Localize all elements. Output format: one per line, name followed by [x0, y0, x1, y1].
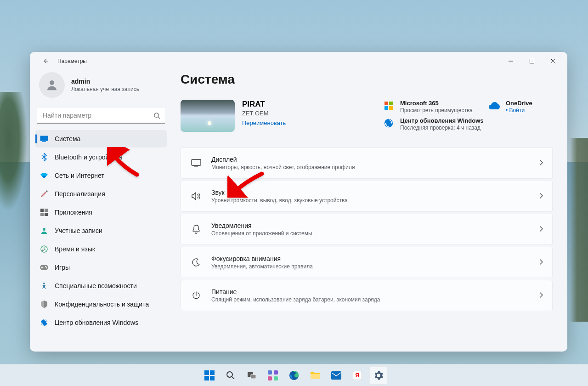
setting-title: Звук: [211, 189, 348, 196]
setting-notifications[interactable]: УведомленияОповещения от приложений и си…: [181, 214, 553, 245]
content-area: Система PIRAT ZET OEM Переименовать Micr…: [172, 70, 567, 352]
taskbar-yandex[interactable]: Я: [348, 366, 367, 385]
update-title: Центр обновления Windows: [400, 117, 484, 124]
device-thumbnail: [181, 100, 235, 132]
wallpaper-decoration: [0, 92, 28, 211]
ms365-card[interactable]: Microsoft 365Просмотреть преимущества: [383, 100, 484, 114]
nav-label: Сеть и Интернет: [55, 172, 104, 179]
update-sub: Последняя проверка: 4 ч назад: [400, 125, 484, 131]
nav-item-privacy[interactable]: Конфиденциальность и защита: [35, 295, 167, 313]
accounts-icon: [40, 227, 48, 235]
maximize-button[interactable]: [521, 54, 543, 68]
svg-rect-22: [210, 376, 215, 380]
setting-power[interactable]: ПитаниеСпящий режим, использование заряд…: [181, 280, 553, 311]
windows-update-card[interactable]: Центр обновления WindowsПоследняя провер…: [383, 117, 553, 131]
svg-point-2: [154, 113, 158, 117]
network-icon: [40, 171, 48, 180]
personalization-icon: [40, 190, 48, 198]
svg-rect-25: [251, 375, 256, 379]
setting-sound[interactable]: ЗвукУровни громкости, вывод, ввод, звуко…: [181, 181, 553, 212]
taskbar-taskview[interactable]: [243, 366, 261, 385]
nav-label: Учетные записи: [55, 227, 102, 234]
rename-link[interactable]: Переименовать: [242, 119, 286, 126]
chevron-right-icon: [539, 159, 543, 167]
nav-list: СистемаBluetooth и устройстваСеть и Инте…: [35, 130, 167, 332]
taskbar-edge[interactable]: [285, 366, 303, 385]
window-title: Параметры: [57, 58, 87, 64]
nav-label: Время и язык: [55, 245, 95, 253]
device-block[interactable]: PIRAT ZET OEM Переименовать: [181, 100, 286, 132]
system-icon: [40, 135, 48, 143]
onedrive-card[interactable]: OneDriveВойти: [488, 100, 553, 114]
nav-item-update[interactable]: Центр обновления Windows: [35, 314, 167, 331]
close-button[interactable]: [543, 54, 564, 68]
taskbar-settings[interactable]: [369, 366, 388, 385]
svg-point-9: [43, 228, 45, 231]
svg-rect-7: [40, 213, 44, 216]
nav-label: Специальные возможности: [55, 282, 137, 290]
setting-focus[interactable]: Фокусировка вниманияУведомления, автомат…: [181, 247, 553, 278]
svg-rect-27: [274, 370, 278, 375]
nav-item-apps[interactable]: Приложения: [35, 204, 167, 221]
svg-rect-29: [274, 376, 278, 380]
nav-item-system[interactable]: Система: [35, 130, 167, 148]
setting-title: Дисплей: [211, 156, 355, 163]
taskbar-search[interactable]: [221, 366, 240, 385]
page-title: Система: [181, 72, 553, 87]
time-icon: [40, 245, 48, 253]
notifications-icon: [190, 223, 202, 235]
nav-label: Приложения: [55, 209, 92, 216]
back-button[interactable]: [38, 54, 53, 68]
nav-item-accounts[interactable]: Учетные записи: [35, 222, 167, 239]
account-type: Локальная учетная запись: [71, 86, 139, 92]
ms365-title: Microsoft 365: [400, 100, 473, 107]
nav-item-accessibility[interactable]: Специальные возможности: [35, 277, 167, 295]
minimize-button[interactable]: [500, 54, 521, 68]
account-block[interactable]: admin Локальная учетная запись: [35, 70, 167, 106]
nav-item-gaming[interactable]: Игры: [35, 259, 167, 276]
nav-item-network[interactable]: Сеть и Интернет: [35, 167, 167, 184]
svg-point-13: [45, 266, 46, 267]
svg-point-23: [227, 372, 232, 377]
nav-item-bluetooth[interactable]: Bluetooth и устройства: [35, 148, 167, 166]
nav-item-time[interactable]: Время и язык: [35, 240, 167, 258]
account-name: admin: [71, 78, 139, 85]
taskbar-explorer[interactable]: [306, 366, 324, 385]
svg-rect-5: [40, 209, 44, 212]
svg-point-11: [42, 250, 44, 251]
setting-subtitle: Мониторы, яркость, ночной свет, отображе…: [211, 164, 355, 170]
titlebar: Параметры: [30, 52, 567, 70]
svg-rect-32: [331, 371, 341, 380]
nav-item-personalization[interactable]: Персонализация: [35, 185, 167, 203]
svg-rect-19: [204, 370, 209, 375]
svg-rect-28: [268, 376, 272, 380]
setting-title: Фокусировка внимания: [211, 255, 313, 262]
search-icon: [153, 112, 160, 121]
taskbar: Я: [0, 364, 588, 386]
taskbar-mail[interactable]: [327, 366, 345, 385]
apps-icon: [40, 208, 48, 216]
ms365-sub: Просмотреть преимущества: [400, 107, 473, 114]
svg-rect-6: [45, 209, 48, 212]
setting-subtitle: Уровни громкости, вывод, ввод, звуковые …: [211, 197, 348, 204]
onedrive-title: OneDrive: [506, 100, 532, 107]
svg-rect-31: [311, 374, 320, 379]
taskbar-widgets[interactable]: [264, 366, 282, 385]
nav-label: Персонализация: [55, 190, 105, 198]
bluetooth-icon: [40, 153, 48, 161]
onedrive-icon: [488, 100, 500, 112]
setting-display[interactable]: ДисплейМониторы, яркость, ночной свет, о…: [181, 148, 553, 179]
window-controls: [500, 54, 564, 68]
ms365-icon: [383, 100, 395, 112]
update-icon: [40, 318, 48, 327]
avatar: [39, 72, 65, 98]
nav-label: Игры: [55, 264, 70, 271]
sidebar: admin Локальная учетная запись СистемаBl…: [30, 70, 172, 352]
display-icon: [190, 157, 202, 169]
start-button[interactable]: [200, 366, 219, 385]
wallpaper-decoration: [570, 138, 588, 322]
setting-subtitle: Спящий режим, использование заряда батар…: [211, 296, 380, 303]
settings-list: ДисплейМониторы, яркость, ночной свет, о…: [181, 148, 553, 311]
search-input[interactable]: [37, 108, 165, 124]
svg-rect-3: [40, 136, 48, 141]
